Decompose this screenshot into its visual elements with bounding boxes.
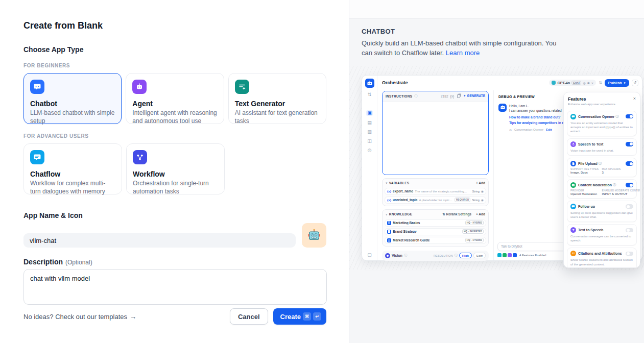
index-mode-badge: HQ · INVERTED [462, 229, 484, 234]
orchestrate-nav-icon: ▣ [366, 110, 373, 116]
close-icon: × [633, 96, 636, 101]
edit-opener-link: Edit [546, 128, 552, 131]
agent-icon [132, 80, 147, 94]
preview-app-title: Orchestrate [382, 80, 408, 85]
vision-setting-row: Vision ⓘ RESOLUTION ⓘ High Low [382, 251, 489, 261]
toggle-on [626, 183, 633, 187]
templates-link[interactable]: No ideas? Check out our templates → [23, 313, 136, 321]
opener-icon: ⊙ [509, 128, 512, 132]
robot-emoji-icon [307, 228, 321, 242]
info-icon: ⓘ [615, 114, 618, 119]
app-type-card-chatflow[interactable]: Chatflow Workflow for complex multi-turn… [23, 143, 122, 194]
rerank-toggle-icon: ⇅ [599, 81, 602, 85]
features-panel: Features × Enhance web-app user experien… [563, 92, 640, 268]
description-textarea[interactable]: chat with vllm model [23, 269, 327, 305]
suggested-question: How to make a brand stand out? [509, 115, 560, 120]
preview-app-logo-icon [365, 79, 374, 88]
app-name-input[interactable] [23, 233, 296, 248]
text-generator-icon [235, 80, 249, 94]
variable-row: {x} expert_name The name of the strategi… [385, 188, 486, 195]
moderation-feature-icon [503, 253, 507, 257]
add-knowledge-button: + Add [476, 212, 485, 216]
advanced-group-label: FOR ADVANCED USERS [23, 133, 326, 139]
generate-button: ✦ GENERATE [463, 94, 485, 98]
instructions-panel: INSTRUCTIONS ⓘ 2182 {x} ✦ GENERATE [382, 91, 489, 175]
feature-text-to-speech: T Text to Speech Conversation messages c… [567, 224, 637, 246]
app-type-card-text-generator[interactable]: Text Generator AI assistant for text gen… [228, 73, 326, 124]
workflow-icon [133, 150, 147, 164]
description-label: Description [23, 258, 63, 266]
feature-conversation-opener: Conversation Openerⓘ You are an entity e… [567, 111, 637, 136]
advanced-cards-row: Chatflow Workflow for complex multi-turn… [23, 143, 326, 194]
knowledge-card: ∨ KNOWLEDGE ⇅ Rerank Settings + Add Mark… [382, 209, 489, 247]
model-selector: GPT-4o CHAT ◍ ✱ ∨ [549, 80, 596, 86]
info-icon: ⓘ [599, 161, 602, 166]
app-type-card-agent[interactable]: Agent Intelligent agent with reasoning a… [126, 73, 224, 124]
top-strip [349, 0, 644, 19]
knowledge-doc-icon [387, 238, 391, 242]
speech-feature-icon [508, 253, 512, 257]
variable-settings-icon: ◉ [481, 189, 484, 193]
variable-row: {x} unrelated_topic A placeholder for to… [385, 197, 486, 204]
variable-icon: {x} [450, 94, 455, 98]
knowledge-doc-icon [387, 221, 391, 225]
info-icon: ⓘ [613, 183, 616, 187]
chatbot-icon [30, 80, 44, 94]
app-type-card-chatbot[interactable]: Chatbot LLM-based chatbot with simple se… [23, 73, 122, 124]
toggle-off [626, 228, 633, 233]
upload-feature-icon [513, 253, 517, 257]
knowledge-row: Market Research Guide HQ · HYBRID [385, 237, 486, 244]
create-button[interactable]: Create ⌘ ↵ [273, 308, 326, 325]
knowledge-row: Marketing Basics HQ · HYBRID [385, 219, 486, 227]
gallery-nav-icon: ▤ [367, 120, 372, 125]
cmd-key-icon: ⌘ [303, 312, 311, 321]
app-icon-picker[interactable] [302, 223, 326, 248]
app-type-card-workflow[interactable]: Workflow Orchestration for single-turn a… [126, 143, 225, 194]
card-description: AI assistant for text generation tasks [235, 109, 320, 126]
model-provider-icon [552, 81, 556, 85]
index-mode-badge: HQ · HYBRID [465, 238, 484, 242]
index-mode-badge: HQ · HYBRID [465, 220, 484, 225]
variables-card: ∨ VARIABLES + Add {x} expert_name The na… [382, 178, 489, 206]
cancel-button[interactable]: Cancel [230, 308, 268, 325]
toggle-off [626, 252, 633, 256]
beginner-cards-row: Chatbot LLM-based chatbot with simple se… [23, 73, 326, 124]
web-nav-icon: ◎ [368, 148, 372, 153]
preview-topbar: Orchestrate GPT-4o CHAT ◍ ✱ ∨ ⇅ Publish … [377, 76, 642, 90]
info-icon: ⓘ [404, 253, 407, 258]
publish-button: Publish ∨ [605, 79, 629, 87]
conversation-opener-icon [570, 114, 576, 119]
variable-settings-icon: ◉ [481, 198, 484, 202]
knowledge-row: Brand Strategy HQ · INVERTED [385, 228, 486, 235]
card-title: Text Generator [235, 100, 320, 108]
text-to-speech-icon: T [570, 227, 576, 233]
feature-file-upload: File Uploadⓘ SUPPORT FILE TYPES Image, D… [567, 158, 637, 177]
opener-feature-icon [497, 253, 502, 257]
rerank-icon: ⇅ [442, 212, 445, 216]
chevron-down-icon: ∨ [624, 81, 626, 84]
feature-follow-up: Follow-up Setting up next questions sugg… [567, 201, 637, 222]
instructions-placeholder-text [383, 102, 488, 120]
toggle-off [626, 204, 633, 209]
variable-icon: {x} [387, 199, 391, 202]
history-icon: ↺ [632, 80, 638, 86]
resolution-low-option: Low [473, 253, 486, 258]
card-title: Chatflow [30, 170, 115, 178]
orchestrate-preview-window: ⇅ ▣ ▤ ▥ ◫ ◎ ▢ Orchestrate GPT-4o [362, 75, 642, 261]
chatflow-icon [30, 150, 44, 164]
instructions-label: INSTRUCTIONS [386, 94, 412, 98]
notes-nav-icon: ◫ [367, 139, 372, 143]
preview-description: Quickly build an LLM-based chatbot with … [362, 39, 565, 58]
follow-up-icon [570, 204, 576, 209]
card-title: Agent [132, 100, 217, 108]
info-icon: ⓘ [414, 94, 417, 99]
content-moderation-icon [570, 182, 576, 188]
copy-icon [457, 94, 460, 98]
learn-more-link[interactable]: Learn more [446, 49, 480, 57]
choose-app-type-heading: Choose App Type [23, 45, 326, 54]
spark-icon: ✦ [463, 94, 466, 97]
chevron-down-icon: ∨ [591, 81, 593, 85]
model-name: GPT-4o [557, 81, 570, 85]
vision-eye-icon [385, 253, 390, 258]
toggle-on [626, 161, 633, 166]
